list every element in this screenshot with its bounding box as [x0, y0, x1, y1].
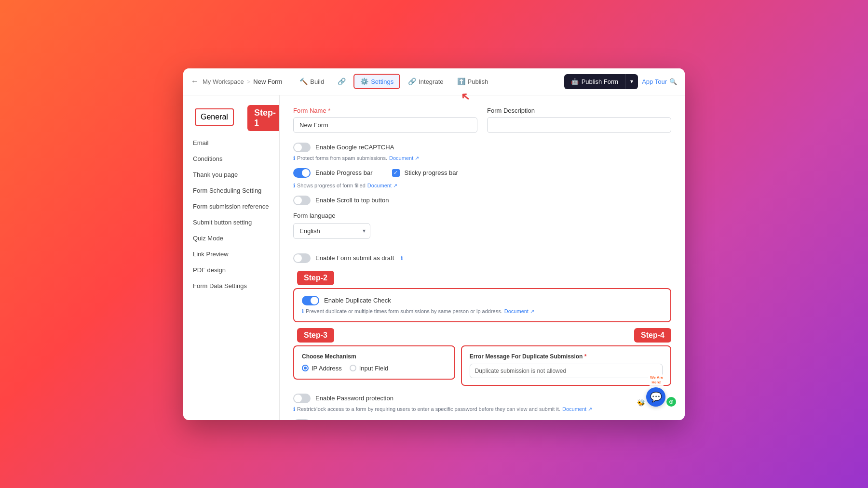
header-actions: 🤖 Publish Form ▾ App Tour 🔍	[564, 74, 677, 89]
ip-address-radio[interactable]	[302, 365, 309, 371]
publish-form-button-group[interactable]: 🤖 Publish Form ▾	[564, 74, 638, 89]
publish-form-button[interactable]: 🤖 Publish Form	[564, 74, 625, 89]
draft-info-icon: ℹ	[401, 255, 403, 262]
password-doc-link[interactable]: Document ↗	[562, 406, 592, 412]
sticky-progress-row: ✓ Sticky progress bar	[392, 168, 458, 178]
draft-toggle[interactable]	[293, 253, 311, 263]
progress-helper: ℹ Shows progress of form filled Document…	[293, 183, 671, 189]
mechanism-label: Choose Mechanism	[302, 353, 447, 360]
duplicate-check-row: Enable Duplicate Check	[302, 296, 663, 305]
main-content: Form Name * Form Description Enable Goog…	[280, 95, 685, 420]
thank-you-label: Thank you page	[193, 171, 238, 178]
sidebar-item-scheduling[interactable]: Form Scheduling Setting	[183, 183, 279, 198]
info-icon4: ℹ	[293, 406, 295, 412]
sidebar-item-quiz-mode[interactable]: Quiz Mode	[183, 230, 279, 246]
input-field-radio[interactable]	[350, 365, 356, 371]
duplicate-check-toggle[interactable]	[302, 296, 319, 305]
recaptcha-row: Enable Google reCAPTCHA	[293, 143, 671, 152]
nav-integrate-label: Integrate	[419, 78, 443, 85]
language-select-wrapper: English French Spanish German Arabic ▾	[293, 223, 671, 247]
back-button[interactable]: ←	[191, 77, 199, 86]
nav-integrate[interactable]: 🔗 Integrate	[402, 75, 449, 88]
password-label: Enable Password protection	[315, 395, 393, 402]
duplicate-check-label: Enable Duplicate Check	[324, 297, 391, 304]
ip-address-option[interactable]: IP Address	[302, 365, 342, 372]
form-description-group: Form Description	[487, 107, 671, 133]
chat-widget: We AreHere! 🐝 💬 ⊕	[637, 374, 676, 407]
password-toggle[interactable]	[293, 394, 311, 403]
step4-badge-row: Step-4	[461, 328, 671, 343]
sidebar-item-email[interactable]: Email	[183, 135, 279, 151]
error-msg-input[interactable]	[470, 364, 663, 378]
form-description-label: Form Description	[487, 107, 671, 114]
draft-row: Enable Form submit as draft ℹ	[293, 253, 671, 263]
sidebar-item-link-preview[interactable]: Link Preview	[183, 246, 279, 262]
sidebar: General Step-1 Email Conditions Thank yo…	[183, 95, 280, 420]
sticky-progress-checkbox[interactable]: ✓	[392, 169, 400, 177]
nav-settings[interactable]: ⚙️ Settings	[353, 74, 400, 89]
step3-badge-row: Step-3	[293, 328, 455, 343]
step3-badge: Step-3	[297, 328, 334, 343]
settings-icon: ⚙️	[360, 78, 368, 85]
language-select[interactable]: English French Spanish German Arabic	[293, 223, 370, 239]
integrate-icon: 🔗	[408, 78, 416, 85]
nav-link[interactable]: 🔗	[332, 75, 352, 88]
authorized-urls-toggle[interactable]	[293, 419, 311, 420]
email-label: Email	[193, 139, 209, 146]
duplicate-doc-link[interactable]: Document ↗	[504, 308, 534, 315]
app-tour-button[interactable]: App Tour 🔍	[642, 78, 677, 85]
password-helper: ℹ Restrict/lock access to a form by requ…	[293, 406, 671, 412]
top-nav: 🔨 Build 🔗 ⚙️ Settings 🔗 Integrate ⬆️ Pub…	[294, 74, 564, 89]
progress-doc-link[interactable]: Document ↗	[367, 183, 397, 189]
form-name-input[interactable]	[293, 117, 477, 133]
chat-button[interactable]: 💬	[646, 387, 665, 407]
minimize-chat-button[interactable]: ⊕	[666, 397, 676, 407]
conditions-label: Conditions	[193, 155, 222, 162]
nav-build-label: Build	[310, 78, 324, 85]
info-icon: ℹ	[293, 155, 295, 161]
sidebar-item-submit-button[interactable]: Submit button setting	[183, 214, 279, 230]
nav-publish[interactable]: ⬆️ Publish	[451, 75, 494, 88]
scroll-top-toggle[interactable]	[293, 196, 311, 205]
nav-settings-label: Settings	[371, 78, 393, 85]
sidebar-item-conditions[interactable]: Conditions	[183, 151, 279, 167]
form-name-group: Form Name *	[293, 107, 477, 133]
nav-publish-label: Publish	[468, 78, 488, 85]
progress-toggle[interactable]	[293, 168, 311, 178]
step4-badge: Step-4	[634, 328, 671, 343]
recaptcha-doc-link[interactable]: Document ↗	[389, 155, 419, 161]
duplicate-check-box: Enable Duplicate Check ℹ Prevent duplica…	[293, 288, 671, 322]
sidebar-item-pdf-design[interactable]: PDF design	[183, 262, 279, 278]
sidebar-item-form-data-settings[interactable]: Form Data Settings	[183, 278, 279, 294]
app-header: ← My Workspace > New Form 🔨 Build 🔗 ⚙️ S…	[183, 68, 685, 95]
language-section-label: Form language	[293, 212, 671, 219]
input-field-option[interactable]: Input Field	[350, 365, 389, 372]
page-body: General Step-1 Email Conditions Thank yo…	[183, 95, 685, 420]
step1-badge: Step-1	[247, 105, 280, 131]
recaptcha-toggle[interactable]	[293, 143, 311, 152]
submission-ref-label: Form submission reference	[193, 203, 269, 210]
link-preview-label: Link Preview	[193, 251, 229, 258]
name-description-row: Form Name * Form Description	[293, 107, 671, 133]
publish-form-dropdown[interactable]: ▾	[625, 74, 638, 89]
step2-badge: Step-2	[297, 271, 334, 285]
nav-build[interactable]: 🔨 Build	[294, 75, 330, 88]
pdf-design-label: PDF design	[193, 266, 226, 274]
link-icon: 🔗	[338, 78, 346, 85]
ip-address-label: IP Address	[312, 365, 342, 372]
language-select-container: English French Spanish German Arabic ▾	[293, 223, 370, 239]
progress-row: Enable Progress bar ✓ Sticky progress ba…	[293, 168, 671, 181]
form-description-input[interactable]	[487, 117, 671, 133]
quiz-mode-label: Quiz Mode	[193, 235, 223, 242]
search-icon: 🔍	[669, 78, 677, 85]
sidebar-item-thank-you[interactable]: Thank you page	[183, 167, 279, 183]
mechanism-radio-group: IP Address Input Field	[302, 365, 447, 372]
we-are-here-badge: We AreHere!	[648, 374, 665, 386]
duplicate-check-helper: ℹ Prevent duplicate or multiple times fo…	[302, 308, 663, 315]
mechanism-box: Choose Mechanism IP Address Input Field	[293, 345, 455, 380]
breadcrumb-separator: >	[247, 78, 251, 85]
sidebar-item-general[interactable]: General	[195, 108, 234, 126]
info-icon2: ℹ	[293, 183, 295, 189]
progress-toggle-row: Enable Progress bar	[293, 168, 373, 178]
sidebar-item-submission-ref[interactable]: Form submission reference	[183, 198, 279, 214]
